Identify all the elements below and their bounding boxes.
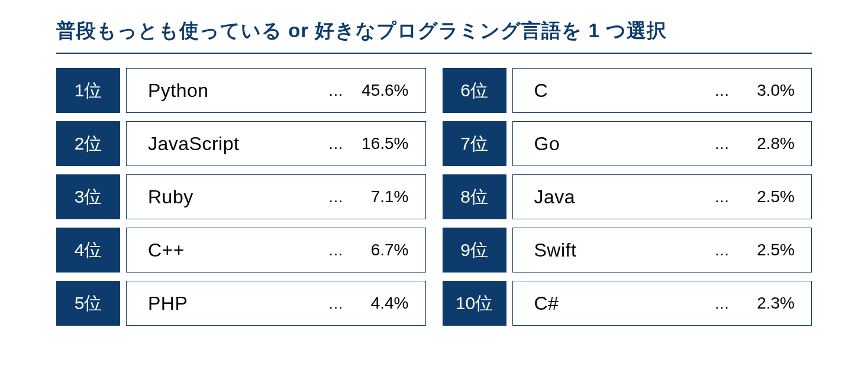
rank-badge: 3位 [56,174,120,219]
ranking-item: Swift … 2.5% [512,228,812,273]
language-name: Ruby [148,186,328,208]
language-name: Go [534,133,715,155]
ellipsis-icon: … [328,135,344,153]
language-name: JavaScript [148,133,328,155]
percentage-value: 3.0% [735,81,795,100]
ellipsis-icon: … [714,241,730,260]
ellipsis-icon: … [328,294,344,313]
ranking-row: 4位 C++ … 6.7% [56,228,426,273]
ranking-item: C# … 2.3% [512,281,812,326]
percentage-value: 2.3% [735,294,795,313]
ranking-item: Java … 2.5% [512,174,812,219]
percentage-value: 4.4% [350,294,409,313]
ellipsis-icon: … [328,82,344,100]
ranking-row: 7位 Go … 2.8% [443,121,812,166]
rank-badge: 2位 [56,121,120,166]
rank-badge: 6位 [443,68,506,113]
rank-badge: 5位 [56,281,120,326]
rank-badge: 8位 [443,174,506,219]
ellipsis-icon: … [714,135,730,153]
percentage-value: 7.1% [350,187,409,206]
ranking-item: Python … 45.6% [126,68,426,113]
percentage-value: 16.5% [350,134,409,153]
rank-badge: 4位 [56,228,120,273]
language-name: Java [534,186,715,208]
ranking-row: 1位 Python … 45.6% [56,68,426,113]
ranking-row: 10位 C# … 2.3% [443,281,812,326]
language-name: PHP [148,293,328,314]
ranking-item: JavaScript … 16.5% [126,121,426,166]
language-name: Swift [534,239,715,261]
ranking-item: Ruby … 7.1% [126,174,426,219]
ellipsis-icon: … [328,188,344,206]
language-name: C [534,80,715,102]
ranking-item: PHP … 4.4% [126,281,426,326]
percentage-value: 45.6% [350,81,409,100]
percentage-value: 2.5% [735,187,795,206]
ranking-row: 6位 C … 3.0% [443,68,812,113]
rank-badge: 1位 [56,68,120,113]
ranking-item: C++ … 6.7% [126,228,426,273]
percentage-value: 2.5% [735,241,795,260]
percentage-value: 6.7% [350,241,409,260]
language-name: C# [534,293,715,314]
ellipsis-icon: … [328,241,344,260]
rank-badge: 7位 [443,121,506,166]
ranking-row: 9位 Swift … 2.5% [443,228,812,273]
language-name: C++ [148,239,328,261]
ranking-columns: 1位 Python … 45.6% 2位 JavaScript … 16.5% … [56,68,812,326]
ranking-item: Go … 2.8% [512,121,812,166]
rank-badge: 9位 [443,228,506,273]
rank-badge: 10位 [443,281,506,326]
ranking-row: 5位 PHP … 4.4% [56,281,426,326]
ellipsis-icon: … [714,294,730,313]
ranking-row: 3位 Ruby … 7.1% [56,174,426,219]
ellipsis-icon: … [714,82,730,100]
percentage-value: 2.8% [735,134,795,153]
chart-title: 普段もっとも使っている or 好きなプログラミング言語を 1 つ選択 [56,18,812,54]
ellipsis-icon: … [714,188,730,206]
ranking-column-right: 6位 C … 3.0% 7位 Go … 2.8% 8位 Java … 2.5% [443,68,812,326]
ranking-item: C … 3.0% [512,68,812,113]
ranking-row: 8位 Java … 2.5% [443,174,812,219]
language-name: Python [148,80,328,102]
ranking-column-left: 1位 Python … 45.6% 2位 JavaScript … 16.5% … [56,68,426,326]
ranking-row: 2位 JavaScript … 16.5% [56,121,426,166]
